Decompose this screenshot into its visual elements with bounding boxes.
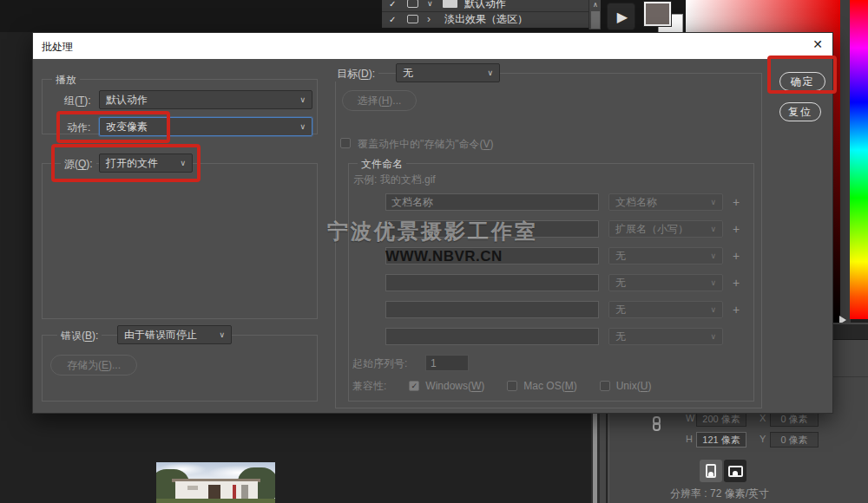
action-select-value: 改变像素	[106, 120, 148, 134]
naming-select-6[interactable]: 无 ∨	[608, 328, 723, 345]
source-select[interactable]: 打开的文件 ∨	[99, 154, 193, 173]
watermark-url: WWW.NBVR.CN	[385, 248, 503, 265]
action-label: 动作:	[67, 121, 90, 135]
scroll-up-icon[interactable]: ∧	[589, 1, 602, 9]
errors-label: 错误(B):	[57, 329, 102, 343]
source-select-value: 打开的文件	[106, 156, 158, 171]
dialog-toggle-icon[interactable]	[407, 15, 418, 23]
unix-label: Unix(U)	[616, 380, 652, 392]
naming-input-4[interactable]	[385, 274, 599, 291]
naming-select-value: 无	[615, 249, 626, 264]
photoshop-workspace: ✓ ∨ 默认动作 ✓ › 淡出效果（选区） ∧ ▶ W 200 像素 X 0 像…	[0, 0, 868, 503]
destination-label: 目标(D):	[333, 67, 378, 82]
landscape-orientation-button[interactable]	[724, 460, 746, 482]
actions-row-fade-effect[interactable]: ✓ › 淡出效果（选区）	[382, 12, 589, 26]
macos-label: Mac OS(M)	[523, 380, 576, 392]
chevron-right-icon[interactable]: ›	[427, 13, 437, 25]
chevron-down-icon: ∨	[299, 122, 306, 131]
macos-checkbox[interactable]	[507, 381, 517, 391]
set-select-value: 默认动作	[106, 93, 148, 108]
serial-label: 起始序列号:	[352, 356, 407, 371]
naming-plus: +	[733, 303, 740, 317]
dialog-toggle-icon[interactable]	[407, 0, 418, 8]
dialog-title: 批处理	[42, 40, 73, 55]
actions-panel: ✓ ∨ 默认动作 ✓ › 淡出效果（选区）	[382, 0, 589, 29]
errors-select[interactable]: 由于错误而停止 ∨	[117, 325, 232, 344]
naming-select-2[interactable]: 扩展名（小写） ∨	[608, 220, 723, 238]
compat-windows[interactable]: ✓ Windows(W)	[409, 380, 484, 392]
color-picker-hue-slider[interactable]	[850, 0, 868, 319]
height-label: H	[686, 434, 693, 444]
chevron-down-icon: ∨	[299, 95, 306, 104]
set-select[interactable]: 默认动作 ∨	[99, 90, 312, 109]
naming-select-value: 无	[615, 330, 626, 344]
destination-select[interactable]: 无 ∨	[396, 63, 500, 82]
set-label: 组(T):	[64, 94, 91, 108]
override-checkbox[interactable]	[340, 138, 351, 148]
scrollbar-thumb[interactable]	[591, 11, 600, 29]
destination-select-value: 无	[403, 66, 413, 81]
naming-select-1[interactable]: 文档名称 ∨	[608, 193, 723, 211]
unix-checkbox[interactable]	[600, 381, 610, 391]
naming-plus: +	[733, 222, 740, 236]
action-select[interactable]: 改变像素 ∨	[99, 117, 312, 136]
compatibility-row: 兼容性: ✓ Windows(W) Mac OS(M) Unix(U)	[352, 379, 651, 393]
chevron-down-icon: ∨	[487, 69, 493, 77]
naming-input-1[interactable]	[385, 193, 599, 211]
naming-input-5[interactable]	[385, 301, 599, 318]
action-item-label: 淡出效果（选区）	[444, 12, 528, 27]
resolution-text: 分辨率 : 72 像素/英寸	[670, 487, 769, 501]
naming-example: 示例: 我的文档.gif	[353, 173, 436, 187]
foreground-color-swatch[interactable]	[644, 2, 671, 26]
width-label: W	[686, 413, 694, 423]
play-icon: ▶	[617, 9, 628, 25]
naming-plus: +	[733, 195, 740, 209]
chevron-down-icon: ∨	[180, 159, 186, 167]
naming-input-6[interactable]	[385, 328, 599, 345]
naming-select-4[interactable]: 无 ∨	[608, 274, 723, 291]
naming-select-value: 文档名称	[615, 195, 657, 210]
document-thumbnail-house	[156, 462, 275, 503]
actions-scrollbar[interactable]: ∧	[589, 0, 601, 29]
naming-select-3[interactable]: 无 ∨	[608, 247, 723, 265]
play-action-button[interactable]: ▶	[607, 3, 635, 30]
y-label: Y	[760, 434, 766, 444]
chevron-down-icon: ∨	[710, 332, 716, 341]
chevron-down-icon: ∨	[219, 330, 225, 339]
reset-button[interactable]: 复位	[779, 102, 821, 121]
source-groupbox	[42, 163, 318, 319]
portrait-icon	[706, 464, 716, 478]
windows-label: Windows(W)	[425, 380, 484, 392]
x-label: X	[760, 413, 766, 423]
close-icon[interactable]: ✕	[808, 37, 827, 55]
naming-plus: +	[733, 249, 740, 263]
chevron-down-icon: ∨	[710, 305, 716, 314]
choose-button[interactable]: 选择(H)...	[342, 90, 417, 111]
chevron-down-icon: ∨	[710, 225, 716, 233]
actions-row-default-set[interactable]: ✓ ∨ 默认动作	[382, 0, 589, 10]
link-dimensions-icon[interactable]	[653, 416, 661, 431]
override-label: 覆盖动作中的"存储为"命令(V)	[358, 137, 494, 152]
errors-select-value: 由于错误而停止	[124, 328, 197, 343]
check-icon[interactable]: ✓	[389, 0, 399, 9]
serial-input[interactable]	[425, 355, 469, 371]
compat-macos[interactable]: Mac OS(M)	[507, 380, 576, 392]
compat-unix[interactable]: Unix(U)	[600, 380, 652, 392]
ok-button[interactable]: 确定	[779, 72, 825, 91]
check-icon[interactable]: ✓	[389, 15, 399, 24]
windows-checkbox[interactable]: ✓	[409, 381, 419, 391]
watermark-studio-name: 宁波优景摄影工作室	[327, 218, 538, 245]
canvas-scrollbar-thumb[interactable]	[593, 411, 597, 503]
portrait-orientation-button[interactable]	[700, 460, 722, 482]
save-as-button[interactable]: 存储为(E)...	[50, 355, 137, 376]
compat-label: 兼容性:	[352, 379, 386, 394]
y-field[interactable]: 0 像素	[770, 432, 819, 447]
naming-plus: +	[733, 276, 740, 290]
height-field[interactable]: 121 像素	[696, 432, 746, 447]
chevron-down-icon: ∨	[710, 278, 716, 287]
chevron-down-icon[interactable]: ∨	[427, 0, 437, 8]
naming-select-5[interactable]: 无 ∨	[608, 301, 723, 318]
folder-icon	[443, 0, 457, 8]
landscape-icon	[728, 466, 743, 477]
source-label: 源(Q):	[61, 157, 96, 172]
